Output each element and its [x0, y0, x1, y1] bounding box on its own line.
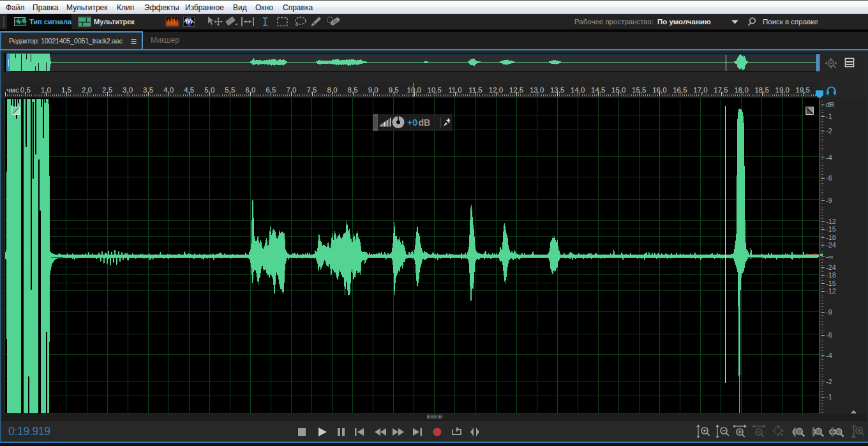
svg-text:+0: +0 — [407, 117, 417, 128]
svg-text:-12: -12 — [826, 287, 836, 295]
svg-text:-1: -1 — [826, 393, 832, 401]
svg-text:19,5: 19,5 — [796, 86, 810, 94]
svg-text:17,5: 17,5 — [714, 86, 728, 94]
svg-text:-4: -4 — [826, 352, 832, 359]
svg-text:-2: -2 — [826, 378, 832, 385]
svg-text:9,0: 9,0 — [368, 86, 378, 94]
svg-text:-1: -1 — [826, 112, 832, 120]
svg-text:8,5: 8,5 — [348, 86, 358, 94]
svg-text:-24: -24 — [826, 241, 836, 249]
svg-text:18,5: 18,5 — [754, 86, 768, 94]
svg-text:чмс: чмс — [6, 86, 19, 94]
svg-text:0,5: 0,5 — [20, 86, 31, 94]
svg-text:-9: -9 — [826, 308, 832, 316]
svg-text:-9: -9 — [826, 197, 832, 204]
svg-text:8,0: 8,0 — [327, 86, 338, 94]
svg-text:-2: -2 — [826, 127, 832, 135]
svg-text:-18: -18 — [826, 271, 836, 279]
svg-text:17,0: 17,0 — [693, 86, 707, 94]
svg-text:-4: -4 — [826, 154, 832, 161]
svg-text:dB: dB — [826, 101, 834, 108]
svg-text:-6: -6 — [826, 331, 832, 339]
svg-text:-6: -6 — [826, 174, 832, 182]
svg-text:-15: -15 — [826, 225, 836, 233]
svg-text:dB: dB — [419, 117, 431, 128]
svg-text:-18: -18 — [826, 234, 836, 241]
svg-text:-24: -24 — [826, 264, 836, 271]
svg-text:18,0: 18,0 — [734, 86, 748, 94]
svg-text:-12: -12 — [826, 218, 836, 225]
svg-text:19,0: 19,0 — [775, 86, 789, 94]
svg-text:-15: -15 — [826, 279, 836, 287]
svg-text:10,5: 10,5 — [428, 86, 442, 94]
svg-text:7,5: 7,5 — [307, 86, 317, 94]
svg-text:-∞: -∞ — [826, 253, 834, 260]
svg-text:9,5: 9,5 — [389, 86, 399, 94]
